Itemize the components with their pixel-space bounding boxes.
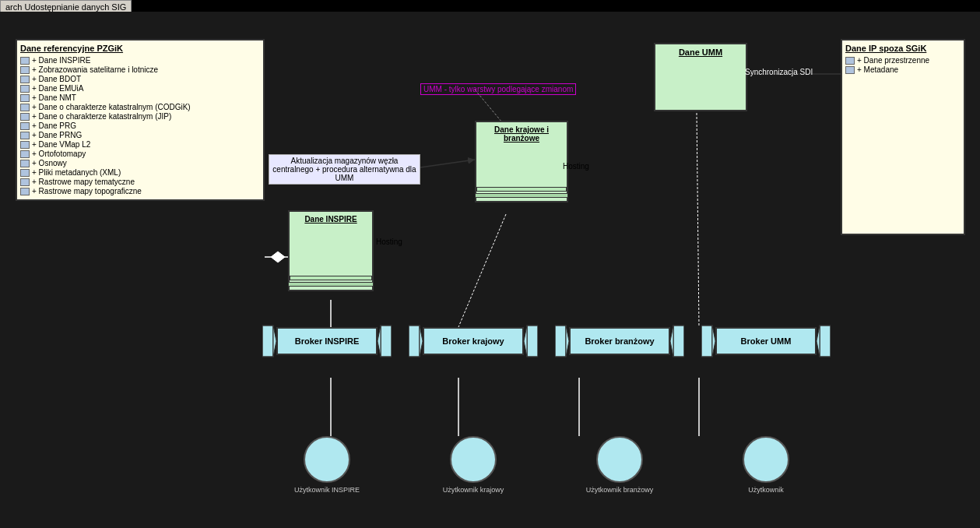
item-icon (20, 122, 30, 130)
brokers-container: Broker INSPIRE Broker krajowy (276, 327, 817, 355)
list-item: + Metadane (845, 65, 961, 74)
list-item: + Dane o charakterze katastralnym (CODGi… (20, 103, 260, 111)
svg-marker-27 (712, 326, 715, 357)
item-icon (20, 141, 30, 149)
broker-umm-wrapper: Broker UMM (715, 327, 817, 355)
actors-container: Użytkownik INSPIRE Użytkownik krajowy Uż… (276, 436, 817, 494)
actor-inspire-circle (304, 436, 350, 483)
item-icon (20, 104, 30, 111)
svg-rect-16 (381, 326, 392, 357)
broker-branzowy-left-connector (555, 318, 569, 364)
actor-umm-label: Użytkownik (748, 486, 784, 494)
actor-krajowy: Użytkownik krajowy (423, 436, 524, 494)
item-icon (20, 76, 30, 83)
actor-inspire: Użytkownik INSPIRE (276, 436, 378, 494)
svg-marker-19 (420, 326, 423, 357)
item-icon (20, 150, 30, 158)
label-hosting-krajowe: Hosting (563, 162, 589, 171)
item-icon (20, 113, 30, 121)
actor-branzowy: Użytkownik branżowy (569, 436, 670, 494)
svg-rect-26 (701, 326, 712, 357)
item-icon (845, 57, 855, 65)
actor-umm-circle (743, 436, 789, 483)
broker-krajowy-left-connector (409, 318, 423, 364)
list-item: + Dane VMap L2 (20, 140, 260, 149)
broker-umm-right-connector (817, 318, 831, 364)
item-icon (20, 169, 30, 177)
svg-marker-29 (817, 326, 820, 357)
svg-line-6 (420, 160, 475, 167)
svg-rect-22 (555, 326, 566, 357)
item-icon (20, 178, 30, 186)
item-icon (845, 66, 855, 74)
label-hosting-inspire: Hosting (376, 238, 402, 246)
svg-line-12 (458, 214, 506, 327)
broker-branzowy-wrapper: Broker branżowy (569, 327, 670, 355)
svg-marker-17 (378, 326, 381, 357)
svg-rect-14 (262, 326, 273, 357)
item-icon (20, 188, 30, 195)
svg-marker-23 (566, 326, 569, 357)
box-dane-inspire: Dane INSPIRE (288, 210, 374, 291)
umm-title: Dane UMM (659, 48, 743, 57)
label-aktualizacja: Aktualizacja magazynów węzła centralnego… (269, 154, 420, 185)
svg-rect-24 (673, 326, 684, 357)
broker-krajowy-right-connector (524, 318, 538, 364)
list-item: + Dane NMT (20, 93, 260, 102)
actor-krajowy-label: Użytkownik krajowy (443, 486, 504, 494)
list-item: + Dane o charakterze katastralnym (JIP) (20, 112, 260, 121)
broker-krajowy-box: Broker krajowy (423, 327, 524, 355)
svg-marker-21 (524, 326, 527, 357)
list-item: + Ortofotomapy (20, 150, 260, 158)
list-item: + Dane BDOT (20, 75, 260, 83)
dane-ref-title: Dane referencyjne PZGiK (20, 44, 260, 53)
box-dane-umm: Dane UMM (654, 43, 747, 111)
diagram-area: Dane referencyjne PZGiK + Dane INSPIRE +… (0, 12, 980, 528)
item-icon (20, 57, 30, 65)
broker-krajowy-wrapper: Broker krajowy (423, 327, 524, 355)
item-icon (20, 160, 30, 167)
broker-inspire-right-connector (378, 318, 392, 364)
actor-umm: Użytkownik (715, 436, 817, 494)
svg-marker-25 (670, 326, 673, 357)
actor-krajowy-circle (450, 436, 497, 483)
broker-branzowy-right-connector (670, 318, 684, 364)
svg-marker-0 (271, 252, 285, 262)
box-dane-ip: Dane IP spoza SGiK + Dane przestrzenne +… (841, 39, 965, 235)
list-item: + Dane EMUiA (20, 84, 260, 93)
actor-branzowy-circle (596, 436, 643, 483)
list-item: + Pliki metadanych (XML) (20, 168, 260, 177)
svg-rect-18 (409, 326, 420, 357)
list-item: + Osnowy (20, 159, 260, 167)
tab-title: arch Udostępnianie danych SIG (5, 2, 126, 12)
list-item: + Rastrowe mapy tematyczne (20, 178, 260, 186)
ip-title: Dane IP spoza SGiK (845, 44, 961, 53)
svg-rect-28 (820, 326, 831, 357)
inspire-title: Dane INSPIRE (293, 215, 369, 224)
list-item: + Dane INSPIRE (20, 56, 260, 65)
broker-inspire-wrapper: Broker INSPIRE (276, 327, 378, 355)
actor-inspire-label: Użytkownik INSPIRE (294, 486, 360, 494)
label-umm-note: UMM - tylko warstwy podlegające zmianom (420, 83, 576, 95)
broker-branzowy-box: Broker branżowy (569, 327, 670, 355)
item-icon (20, 85, 30, 93)
krajowe-title: Dane krajowe ibranżowe (479, 125, 564, 143)
item-icon (20, 66, 30, 74)
list-item: + Rastrowe mapy topograficzne (20, 187, 260, 195)
broker-inspire-box: Broker INSPIRE (276, 327, 378, 355)
broker-umm-box: Broker UMM (715, 327, 817, 355)
item-icon (20, 94, 30, 102)
broker-umm-left-connector (701, 318, 715, 364)
list-item: + Dane PRNG (20, 131, 260, 139)
list-item: + Dane przestrzenne (845, 56, 961, 65)
svg-rect-20 (527, 326, 538, 357)
list-item: + Zobrazowania satelitarne i lotnicze (20, 65, 260, 74)
box-dane-krajowe: Dane krajowe ibranżowe (475, 121, 568, 202)
svg-line-13 (697, 113, 699, 327)
item-icon (20, 132, 30, 139)
label-sync: Synchronizacja SDI (745, 68, 813, 76)
box-dane-ref: Dane referencyjne PZGiK + Dane INSPIRE +… (16, 39, 265, 201)
actor-branzowy-label: Użytkownik branżowy (586, 486, 654, 494)
dane-ref-items: + Dane INSPIRE + Zobrazowania satelitarn… (20, 56, 260, 195)
svg-marker-15 (273, 326, 276, 357)
